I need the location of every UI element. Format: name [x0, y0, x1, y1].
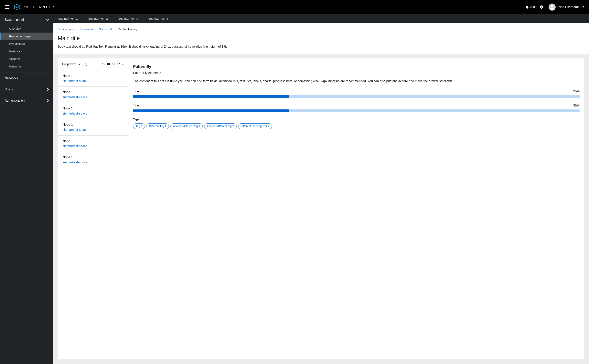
subnav: Sub nav item 1Sub nav item 2Sub nav item…: [53, 14, 589, 23]
tag-chip[interactable]: Different tag 1: [147, 123, 169, 129]
list-item-title: Node 1: [63, 122, 124, 127]
tags-row: Tag 1Different tag 1Another different ta…: [133, 123, 580, 129]
subnav-item-3[interactable]: Sub nav item 3: [113, 14, 143, 23]
caret-down-icon: [582, 6, 584, 8]
list-panel: Dropdown 1 - 10 of 37: [58, 58, 128, 359]
sidebar: System panelOverviewResource usageHyperv…: [0, 14, 53, 364]
list-item[interactable]: Node 1siemur/test-space: [58, 136, 128, 152]
sidebar-section-label: System panel: [5, 18, 24, 22]
breadcrumb-separator-icon: [76, 28, 78, 30]
svg-point-1: [551, 5, 553, 7]
notifications-button[interactable]: 000: [526, 5, 535, 9]
list-item-title: Node 1: [63, 106, 124, 111]
subnav-item-1[interactable]: Sub nav item 1: [53, 14, 83, 23]
list-pager[interactable]: 1 - 10 of 37: [102, 62, 124, 67]
settings-button[interactable]: [540, 5, 543, 9]
sidebar-section-networks[interactable]: Networks: [0, 73, 53, 84]
page-title: Main title: [58, 34, 584, 42]
progress-label: Title: [133, 103, 139, 108]
list-item-subtitle: siemur/test-space: [63, 144, 124, 149]
dropdown-label: Dropdown: [62, 62, 76, 67]
list-items: Node 1siemur/test-spaceNode 1siemur/test…: [58, 70, 128, 359]
sidebar-section-policy[interactable]: Policy: [0, 84, 53, 95]
progress-block: Title35%: [133, 103, 580, 112]
breadcrumb-item[interactable]: Section title: [80, 27, 94, 31]
breadcrumb-separator-icon: [96, 28, 97, 30]
pager-range: 1 - 10: [102, 62, 110, 67]
subnav-item-4[interactable]: Sub nav item 4: [143, 14, 173, 23]
list-filter-dropdown[interactable]: Dropdown: [62, 62, 80, 67]
list-item-title: Node 1: [63, 155, 124, 160]
list-toolbar: Dropdown 1 - 10 of 37: [58, 58, 128, 70]
user-menu-button[interactable]: Ned Username: [549, 4, 584, 11]
list-item-subtitle: siemur/test-space: [63, 95, 124, 100]
detail-subtitle: PatternFly elements: [133, 71, 580, 75]
sidebar-section-label: Policy: [5, 87, 13, 92]
list-item[interactable]: Node 1siemur/test-space: [58, 119, 128, 136]
subnav-item-2[interactable]: Sub nav item 2: [83, 14, 113, 23]
brand-text: PATTERNFLY: [23, 5, 56, 10]
sidebar-item-networks[interactable]: Networks: [0, 63, 53, 70]
sidebar-section-system-panel[interactable]: System panel: [0, 14, 53, 25]
topbar: PATTERNFLY 000 Ned Username: [0, 0, 589, 14]
list-item[interactable]: Node 1siemur/test-space: [58, 103, 128, 119]
breadcrumb: Section homeSection titleSection titleSe…: [58, 27, 584, 31]
chevron-down-icon: [46, 18, 49, 21]
sidebar-item-overview[interactable]: Overview: [0, 25, 53, 32]
list-item-subtitle: siemur/test-space: [63, 79, 124, 83]
list-item-subtitle: siemur/test-space: [63, 128, 124, 132]
list-item[interactable]: Node 1siemur/test-space: [58, 70, 128, 87]
progress-block: Title35%: [133, 89, 580, 98]
tag-chip[interactable]: Different than tag 1 or 2: [238, 123, 272, 129]
page-header: Section homeSection titleSection titleSe…: [53, 23, 589, 54]
bell-icon: [526, 5, 529, 9]
list-item-title: Node 1: [63, 90, 124, 95]
sidebar-section-label: Networks: [5, 76, 18, 81]
breadcrumb-item[interactable]: Section title: [99, 27, 113, 31]
tag-chip[interactable]: Another different tag 2: [204, 123, 236, 129]
detail-description: The content of this area is up to you. Y…: [133, 79, 580, 84]
breadcrumb-item: Section landing: [118, 27, 137, 31]
notification-count: 000: [530, 5, 535, 9]
progress-fill: [133, 110, 289, 112]
page-body-text: Body text should be Red Hat Text Regular…: [58, 44, 584, 49]
sidebar-item-resource-usage[interactable]: Resource usage: [0, 32, 53, 40]
sidebar-item-hypervisors[interactable]: Hypervisors: [0, 40, 53, 48]
caret-down-icon: [78, 64, 80, 65]
sidebar-section-label: Authentication: [5, 98, 25, 103]
list-item-title: Node 1: [63, 139, 124, 143]
patternfly-logo-icon: [14, 4, 20, 10]
menu-toggle-button[interactable]: [5, 5, 9, 9]
progress-percent: 35%: [573, 89, 580, 94]
sidebar-item-volumes[interactable]: Volumes: [0, 55, 53, 63]
list-item-subtitle: siemur/test-space: [63, 160, 124, 165]
detail-panel: Patternfly PatternFly elements The conte…: [128, 58, 584, 359]
breadcrumb-separator-icon: [115, 28, 116, 30]
list-item[interactable]: Node 1siemur/test-space: [58, 152, 128, 168]
progress-bar: [133, 110, 580, 112]
breadcrumb-item[interactable]: Section home: [58, 27, 75, 31]
content-area: Sub nav item 1Sub nav item 2Sub nav item…: [53, 14, 589, 364]
pager-of: of: [112, 62, 114, 67]
progress-percent: 35%: [573, 103, 580, 108]
progress-fill: [133, 95, 289, 98]
user-avatar-icon: [549, 4, 556, 11]
brand[interactable]: PATTERNFLY: [14, 4, 56, 10]
sidebar-item-instances[interactable]: Instances: [0, 48, 53, 55]
progress-label: Title: [133, 89, 139, 94]
user-name-label: Ned Username: [558, 5, 580, 9]
search-button[interactable]: [83, 63, 87, 66]
chevron-right-icon: [46, 88, 49, 91]
list-item-subtitle: siemur/test-space: [63, 111, 124, 116]
tag-chip[interactable]: Tag 1: [133, 123, 145, 129]
chevron-right-icon: [46, 99, 49, 102]
tags-label: Tags: [133, 117, 580, 121]
pager-total: 37: [116, 62, 120, 67]
progress-bar: [133, 95, 580, 98]
list-item[interactable]: Node 1siemur/test-space: [58, 87, 128, 103]
tag-chip[interactable]: Another different tag 1: [170, 123, 203, 129]
sidebar-section-authentication[interactable]: Authentication: [0, 95, 53, 106]
detail-title: Patternfly: [133, 64, 580, 69]
list-item-title: Node 1: [63, 73, 124, 78]
caret-down-icon: [122, 64, 124, 65]
